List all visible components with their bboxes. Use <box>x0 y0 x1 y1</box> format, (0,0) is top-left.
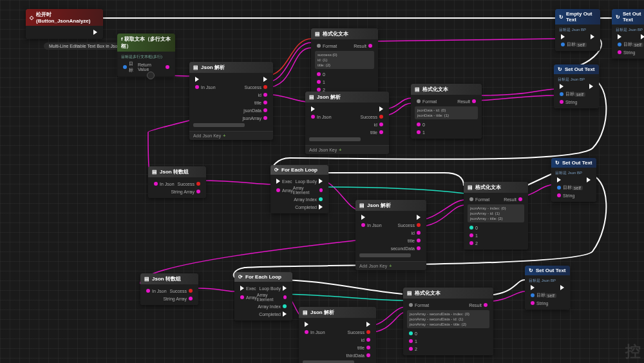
json-to-array-node-2[interactable]: ▤Json 转数组 In JsonSuccess String Array <box>140 273 198 305</box>
format-text-node-2[interactable]: ▤格式化文本 FormatResult jsonData - id: {0}js… <box>411 84 482 139</box>
json-parse-header: ▤Json 解析 <box>189 62 273 73</box>
add-json-key-button[interactable]: Add Json Key+ <box>189 131 273 140</box>
exec-in-pin[interactable] <box>195 77 199 82</box>
event-node[interactable]: ◇松开时 (Button_JsonAnalyze) <box>26 9 103 39</box>
target-pin[interactable] <box>123 65 127 69</box>
return-pin[interactable] <box>166 65 169 69</box>
for-each-loop-node-1[interactable]: ⟳For Each Loop ExecLoop Body ArrayArray … <box>270 165 328 213</box>
json-parse-node-2[interactable]: ▤Json 解析 In JsonSuccess id title Add Jso… <box>305 92 389 154</box>
event-header: ◇松开时 (Button_JsonAnalyze) <box>26 9 103 26</box>
format-header: ▤格式化文本 <box>311 28 378 39</box>
exec-out-pin[interactable] <box>263 77 267 82</box>
format-text-node-1[interactable]: ▤格式化文本 FormatResult success:{0}id: {1}ti… <box>311 28 378 96</box>
json-parse-node-1[interactable]: ▤Json 解析 In JsonSuccess id title jsonDat… <box>189 62 273 140</box>
p1-pin[interactable] <box>317 80 321 84</box>
json-to-array-node-1[interactable]: ▤Json 转数组 In JsonSuccess String Array <box>148 166 206 198</box>
json-parse-node-4[interactable]: ▤Json 解析 In JsonSuccess id title thirdDa… <box>299 307 376 363</box>
success-pin[interactable] <box>263 85 267 89</box>
injson-pin[interactable] <box>195 85 199 89</box>
get-text-header: f 获取文本（多行文本框） <box>117 34 175 52</box>
set-out-text-node-2[interactable]: ↻Set Out Text 目标是 Json BP 目标 self String <box>554 64 599 108</box>
jsonarray-pin[interactable] <box>263 116 267 120</box>
reroute-node[interactable] <box>147 72 155 79</box>
set-out-text-node-4[interactable]: ↻Set Out Text 目标是 Json BP 目标 self String <box>525 266 570 309</box>
p0-pin[interactable] <box>317 72 321 76</box>
result-pin[interactable] <box>368 44 372 48</box>
id-pin[interactable] <box>263 93 267 97</box>
watermark: 控 <box>625 341 641 362</box>
exec-out-pin[interactable] <box>93 30 97 35</box>
set-out-text-node-3[interactable]: ↻Set Out Text 目标是 Json BP 目标 self String <box>551 158 596 202</box>
set-out-text-node-1[interactable]: ↻Set Out Text 目标是 Json BP 目标 self String <box>612 9 644 59</box>
format-text-node-3[interactable]: ▤格式化文本 FormatResult jsonArray - index: {… <box>464 182 528 250</box>
for-each-loop-node-2[interactable]: ⟳For Each Loop ExecLoop Body ArrayArray … <box>234 272 292 320</box>
empty-out-text-node[interactable]: ↻Empty Out Text 目标是 Json BP 目标 self <box>555 9 600 51</box>
add-json-key-button[interactable]: Add Json Key+ <box>305 145 389 154</box>
format-string[interactable]: success:{0}id: {1}title: {2} <box>315 51 374 69</box>
title-pin[interactable] <box>263 101 267 104</box>
get-text-node[interactable]: f 获取文本（多行文本框） 目标是多行文本框(多行) 目标Return Valu… <box>117 34 175 77</box>
add-json-key-button[interactable]: Add Json Key+ <box>355 261 426 270</box>
get-text-subtitle: 目标是多行文本框(多行) <box>121 54 171 60</box>
format-text-node-4[interactable]: ▤格式化文本 FormatResult jsonArray - secondDa… <box>403 288 493 355</box>
text-input[interactable] <box>193 123 245 127</box>
jsondata-pin[interactable] <box>263 108 267 112</box>
json-parse-node-3[interactable]: ▤Json 解析 In JsonSuccess id title secondD… <box>355 200 426 270</box>
